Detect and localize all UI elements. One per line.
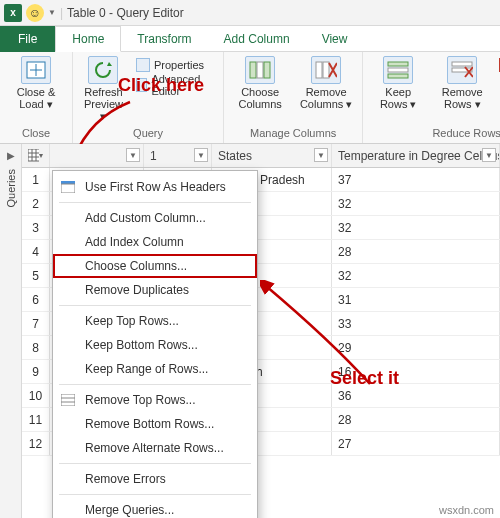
menu-first-row-headers[interactable]: Use First Row As Headers: [53, 175, 257, 199]
advanced-editor-icon: [136, 78, 147, 92]
menu-keep-range-rows[interactable]: Keep Range of Rows...: [53, 357, 257, 381]
col-header-1[interactable]: ▼: [50, 144, 144, 167]
cell-temp[interactable]: 31: [332, 288, 500, 311]
group-label-close: Close: [8, 127, 64, 141]
row-index: 10: [22, 384, 50, 407]
choose-columns-label: Choose Columns: [232, 86, 288, 110]
remove-columns-label: Remove Columns ▾: [298, 86, 354, 110]
tab-home[interactable]: Home: [55, 26, 121, 52]
col2-filter-icon[interactable]: ▼: [194, 148, 208, 162]
grid-corner-menu[interactable]: ▾: [22, 144, 50, 167]
col-header-2[interactable]: 1▼: [144, 144, 212, 167]
cell-temp[interactable]: 32: [332, 216, 500, 239]
title-separator: |: [60, 6, 63, 20]
keep-rows-button[interactable]: Keep Rows ▾: [371, 56, 425, 110]
col1-filter-icon[interactable]: ▼: [126, 148, 140, 162]
ribbon-group-manage-columns: Choose Columns Remove Columns ▾ Manage C…: [224, 52, 363, 143]
queries-pane-collapsed[interactable]: ▶ Queries: [0, 144, 22, 518]
keep-rows-icon: [383, 56, 413, 84]
tab-add-column[interactable]: Add Column: [208, 26, 306, 52]
menu-remove-duplicates[interactable]: Remove Duplicates: [53, 278, 257, 302]
remove-columns-button[interactable]: Remove Columns ▾: [298, 56, 354, 110]
row-index: 2: [22, 192, 50, 215]
svg-rect-2: [257, 62, 263, 78]
refresh-label: Refresh Preview ▾: [81, 86, 126, 122]
tab-transform[interactable]: Transform: [121, 26, 207, 52]
tab-view[interactable]: View: [306, 26, 364, 52]
ribbon-tabs: File Home Transform Add Column View: [0, 26, 500, 52]
table-context-menu: Use First Row As Headers Add Custom Colu…: [52, 170, 258, 518]
refresh-icon: [88, 56, 118, 84]
group-label-query: Query: [81, 127, 215, 141]
cell-temp[interactable]: 29: [332, 336, 500, 359]
close-load-icon: [21, 56, 51, 84]
menu-keep-bottom-rows[interactable]: Keep Bottom Rows...: [53, 333, 257, 357]
queries-pane-label: Queries: [5, 169, 17, 208]
ribbon-group-query: Refresh Preview ▾ Properties Advanced Ed…: [73, 52, 224, 143]
svg-rect-8: [388, 74, 408, 78]
svg-rect-4: [316, 62, 322, 78]
ribbon: Close & Load ▾ Close Refresh Preview ▾ P…: [0, 52, 500, 144]
choose-columns-button[interactable]: Choose Columns: [232, 56, 288, 110]
cell-temp[interactable]: 32: [332, 264, 500, 287]
row-index: 11: [22, 408, 50, 431]
window-title: Table 0 - Query Editor: [67, 6, 184, 20]
row-index: 12: [22, 432, 50, 455]
row-index: 3: [22, 216, 50, 239]
menu-keep-top-rows[interactable]: Keep Top Rows...: [53, 309, 257, 333]
refresh-preview-button[interactable]: Refresh Preview ▾: [81, 56, 126, 122]
svg-rect-9: [452, 62, 472, 66]
table-icon: [28, 149, 39, 163]
cell-temp[interactable]: 32: [332, 192, 500, 215]
cell-temp[interactable]: 37: [332, 168, 500, 191]
menu-add-index-column[interactable]: Add Index Column: [53, 230, 257, 254]
menu-choose-columns[interactable]: Choose Columns...: [53, 254, 257, 278]
close-load-label: Close & Load ▾: [8, 86, 64, 110]
remove-columns-icon: [311, 56, 341, 84]
choose-columns-icon: [245, 56, 275, 84]
row-index: 5: [22, 264, 50, 287]
qat-dropdown[interactable]: ▼: [48, 8, 56, 17]
group-label-manage-columns: Manage Columns: [232, 127, 354, 141]
cell-temp[interactable]: 28: [332, 240, 500, 263]
col-header-temperature[interactable]: Temperature in Degree Celsius▼: [332, 144, 500, 167]
advanced-editor-label: Advanced Editor: [151, 73, 215, 97]
properties-icon: [136, 58, 150, 72]
remove-rows-button[interactable]: Remove Rows ▾: [435, 56, 489, 110]
properties-button[interactable]: Properties: [136, 56, 215, 74]
menu-merge-queries[interactable]: Merge Queries...: [53, 498, 257, 518]
persona-icon[interactable]: ☺: [26, 4, 44, 22]
menu-remove-bottom-rows[interactable]: Remove Bottom Rows...: [53, 412, 257, 436]
tab-file[interactable]: File: [0, 26, 55, 52]
menu-remove-top-rows[interactable]: Remove Top Rows...: [53, 388, 257, 412]
cell-temp[interactable]: 33: [332, 312, 500, 335]
row-index: 7: [22, 312, 50, 335]
cell-temp[interactable]: 27: [332, 432, 500, 455]
table-header-icon: [60, 179, 76, 195]
temp-filter-icon[interactable]: ▼: [482, 148, 496, 162]
svg-rect-3: [264, 62, 270, 78]
watermark: wsxdn.com: [439, 504, 494, 516]
col-header-states[interactable]: States▼: [212, 144, 332, 167]
svg-rect-5: [323, 62, 329, 78]
group-label-reduce-rows: Reduce Rows: [371, 127, 500, 141]
cell-temp[interactable]: 36: [332, 384, 500, 407]
row-index: 9: [22, 360, 50, 383]
close-and-load-button[interactable]: Close & Load ▾: [8, 56, 64, 110]
svg-rect-1: [250, 62, 256, 78]
menu-add-custom-column[interactable]: Add Custom Column...: [53, 206, 257, 230]
expand-queries-icon[interactable]: ▶: [7, 150, 15, 161]
row-index: 4: [22, 240, 50, 263]
svg-rect-7: [388, 68, 408, 72]
cell-temp[interactable]: 28: [332, 408, 500, 431]
svg-rect-6: [388, 62, 408, 66]
row-index: 6: [22, 288, 50, 311]
advanced-editor-button[interactable]: Advanced Editor: [136, 76, 215, 94]
svg-rect-11: [28, 149, 39, 161]
cell-temp[interactable]: 16: [332, 360, 500, 383]
menu-remove-errors[interactable]: Remove Errors: [53, 467, 257, 491]
states-filter-icon[interactable]: ▼: [314, 148, 328, 162]
svg-rect-13: [61, 184, 75, 193]
menu-remove-alternate-rows[interactable]: Remove Alternate Rows...: [53, 436, 257, 460]
row-index: 8: [22, 336, 50, 359]
